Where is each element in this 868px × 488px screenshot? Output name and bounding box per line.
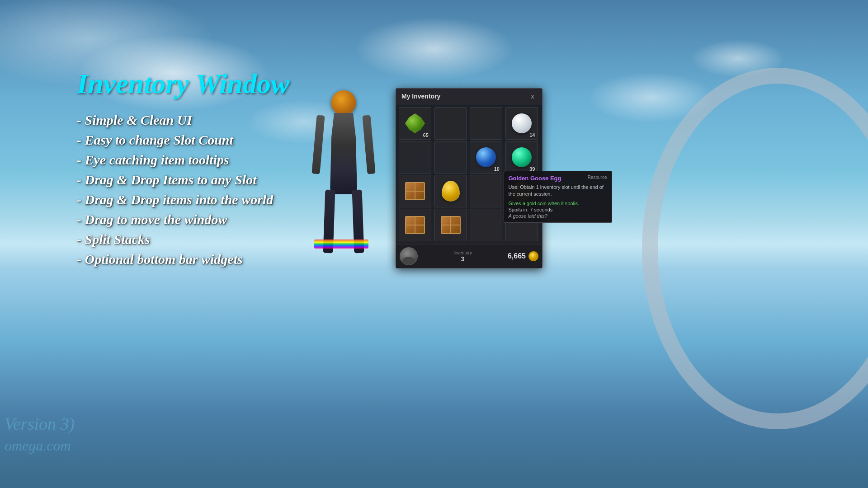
player-avatar <box>400 247 418 265</box>
inventory-slot-6[interactable]: 10 <box>470 141 502 174</box>
feature-4: - Drag & Drop Items to any Slot <box>77 172 289 188</box>
character-arm-right <box>362 115 375 174</box>
inventory-slot-12[interactable] <box>399 209 431 241</box>
feature-8: - Optional bottom bar widgets <box>77 252 289 267</box>
features-list: - Simple & Clean UI - Easy to change Slo… <box>77 113 289 267</box>
feature-1: - Simple & Clean UI <box>77 113 289 128</box>
inventory-slot-label: Inventory <box>453 250 472 255</box>
inventory-window: My Inventory x 65 14 10 39 <box>396 88 542 268</box>
inventory-slot-1[interactable] <box>434 107 467 140</box>
inventory-titlebar[interactable]: My Inventory x <box>396 89 542 104</box>
feature-5: - Drag & Drop items into the world <box>77 192 289 207</box>
feature-2: - Easy to change Slot Count <box>77 132 289 148</box>
currency-coin-icon <box>528 251 538 261</box>
inventory-slot-number: 3 <box>461 255 465 263</box>
inventory-slot-15[interactable] <box>505 209 538 241</box>
inventory-close-button[interactable]: x <box>528 92 537 100</box>
slot-count-0: 65 <box>423 132 429 138</box>
currency-amount: 6,665 <box>508 252 526 260</box>
item-blue-sphere <box>476 147 496 167</box>
version-label: Version 3) <box>5 414 75 434</box>
inventory-slot-14[interactable] <box>470 209 502 241</box>
feature-7: - Split Stacks <box>77 232 289 247</box>
inventory-slot-count-area: Inventory 3 <box>453 250 472 263</box>
character-torso <box>330 113 357 194</box>
character-arm-left <box>311 115 325 174</box>
inventory-bottom-bar: Inventory 3 6,665 <box>396 244 542 268</box>
item-gem <box>405 113 425 133</box>
inventory-grid: 65 14 10 39 <box>396 104 542 244</box>
item-crate-3 <box>441 216 461 234</box>
inventory-slot-3[interactable]: 14 <box>505 107 538 140</box>
item-teal-sphere <box>512 147 532 167</box>
inventory-slot-4[interactable] <box>399 141 431 174</box>
item-gold-egg <box>442 181 460 202</box>
website-label: omega.com <box>5 437 71 454</box>
inventory-title: My Inventory <box>401 93 440 100</box>
item-yellow-sphere <box>512 181 532 201</box>
inventory-slot-5[interactable] <box>434 141 467 174</box>
item-crate-2 <box>405 216 425 234</box>
feature-3: - Eye catching item tooltips <box>77 152 289 168</box>
inventory-slot-2[interactable] <box>470 107 502 140</box>
inventory-slot-13[interactable] <box>434 209 467 241</box>
character-head <box>331 90 356 115</box>
left-panel: Inventory Window - Simple & Clean UI - E… <box>77 68 289 272</box>
inventory-slot-10[interactable] <box>470 175 502 207</box>
item-white-sphere <box>512 113 532 133</box>
inventory-slot-11[interactable]: Golden Goose Egg Resource Use: Obtain 1 … <box>505 175 538 207</box>
page-title: Inventory Window <box>77 68 289 100</box>
slot-count-3: 14 <box>529 132 535 138</box>
slot-count-6: 10 <box>494 166 500 172</box>
feature-6: - Drag to move the window <box>77 212 289 227</box>
inventory-slot-0[interactable]: 65 <box>399 107 431 140</box>
inventory-slot-9[interactable] <box>434 175 467 207</box>
inventory-slot-8[interactable] <box>399 175 431 207</box>
character-platform <box>314 239 368 249</box>
currency-display: 6,665 <box>508 251 538 261</box>
slot-count-7: 39 <box>529 166 535 172</box>
inventory-slot-7[interactable]: 39 <box>505 141 538 174</box>
item-crate <box>405 182 425 200</box>
